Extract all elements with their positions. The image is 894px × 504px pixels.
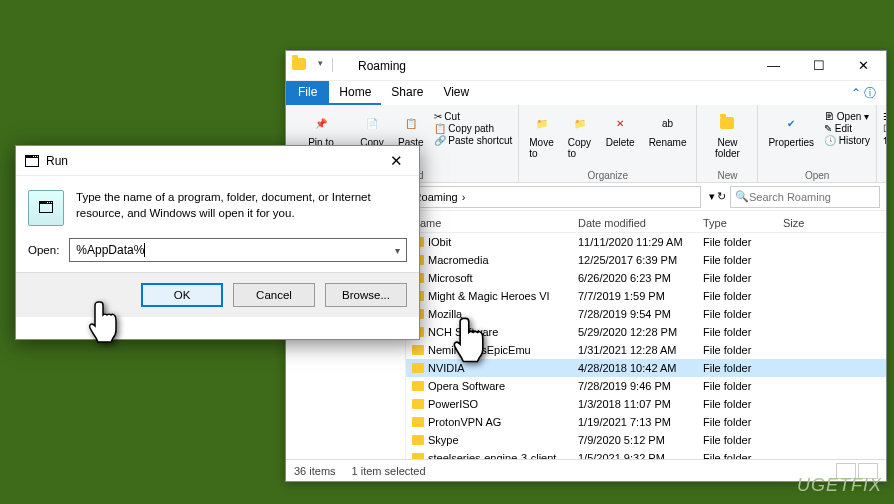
paste-shortcut-button[interactable]: 🔗 Paste shortcut (434, 135, 513, 146)
run-prompt: Type the name of a program, folder, docu… (76, 190, 407, 226)
watermark: UGETFIX (797, 475, 882, 496)
folder-icon (412, 417, 424, 427)
select-none-button[interactable]: ☐ Select none (883, 123, 886, 134)
browse-button[interactable]: Browse... (325, 283, 407, 307)
dropdown-icon[interactable]: ▾ (709, 190, 715, 203)
item-count: 36 items (294, 465, 336, 477)
table-row[interactable]: IObit11/11/2020 11:29 AMFile folder (406, 233, 886, 251)
tab-file[interactable]: File (286, 81, 329, 105)
table-row[interactable]: NVIDIA4/28/2018 10:42 AMFile folder (406, 359, 886, 377)
divider-icon (332, 58, 348, 72)
ok-button[interactable]: OK (141, 283, 223, 307)
down-caret-icon[interactable]: ▾ (312, 58, 328, 74)
pin-icon: 📌 (309, 111, 333, 135)
tab-home[interactable]: Home (329, 81, 381, 105)
folder-icon (412, 381, 424, 391)
selected-count: 1 item selected (352, 465, 426, 477)
new-folder-icon (715, 111, 739, 135)
minimize-button[interactable]: — (751, 51, 796, 81)
history-button[interactable]: 🕓 History (824, 135, 870, 146)
dialog-title: Run (46, 154, 374, 168)
col-size[interactable]: Size (781, 214, 841, 232)
properties-button[interactable]: ✔Properties (764, 109, 818, 150)
invert-selection-button[interactable]: ⇅ Invert selection (883, 135, 886, 146)
open-combobox[interactable]: %AppData% (69, 238, 407, 262)
group-label: Select (877, 170, 886, 181)
explorer-title-bar: ▾ Roaming — ☐ ✕ (286, 51, 886, 81)
delete-button[interactable]: ✕Delete (602, 109, 639, 150)
folder-icon (412, 345, 424, 355)
properties-icon: ✔ (779, 111, 803, 135)
copy-to-icon: 📁 (568, 111, 592, 135)
folder-icon (412, 435, 424, 445)
cut-button[interactable]: ✂ Cut (434, 111, 513, 122)
run-icon: 🗔 (24, 153, 40, 169)
cancel-button[interactable]: Cancel (233, 283, 315, 307)
col-type[interactable]: Type (701, 214, 781, 232)
table-row[interactable]: steelseries-engine-3-client1/5/2021 9:32… (406, 449, 886, 459)
run-title-bar: 🗔 Run ✕ (16, 146, 419, 176)
table-row[interactable]: NemirtingasEpicEmu1/31/2021 12:28 AMFile… (406, 341, 886, 359)
table-row[interactable]: Opera Software7/28/2019 9:46 PMFile fold… (406, 377, 886, 395)
paste-button[interactable]: 📋Paste (394, 109, 428, 150)
run-dialog: 🗔 Run ✕ 🗔 Type the name of a program, fo… (15, 145, 420, 340)
table-row[interactable]: Skype7/9/2020 5:12 PMFile folder (406, 431, 886, 449)
search-input[interactable]: 🔍 Search Roaming (730, 186, 880, 208)
tab-view[interactable]: View (433, 81, 479, 105)
rename-button[interactable]: abRename (645, 109, 691, 150)
open-button[interactable]: 🖹 Open ▾ (824, 111, 870, 122)
group-label: New (697, 170, 757, 181)
run-app-icon: 🗔 (28, 190, 64, 226)
open-value: %AppData% (76, 243, 144, 257)
delete-icon: ✕ (608, 111, 632, 135)
move-icon: 📁 (530, 111, 554, 135)
table-row[interactable]: Microsoft6/26/2020 6:23 PMFile folder (406, 269, 886, 287)
ribbon-tabs: File Home Share View ⌃ ⓘ (286, 81, 886, 105)
maximize-button[interactable]: ☐ (796, 51, 841, 81)
file-list: Name Date modified Type Size IObit11/11/… (406, 214, 886, 459)
paste-icon: 📋 (399, 111, 423, 135)
refresh-button[interactable]: ↻ (717, 190, 726, 203)
window-title: Roaming (354, 59, 751, 73)
close-button[interactable]: ✕ (374, 146, 419, 176)
dialog-buttons: OK Cancel Browse... (16, 272, 419, 317)
table-row[interactable]: Macromedia12/25/2017 6:39 PMFile folder (406, 251, 886, 269)
folder-icon (412, 399, 424, 409)
breadcrumb-segment[interactable]: Roaming (414, 191, 458, 203)
col-date[interactable]: Date modified (576, 214, 701, 232)
edit-button[interactable]: ✎ Edit (824, 123, 870, 134)
group-label: Open (758, 170, 875, 181)
table-row[interactable]: Might & Magic Heroes VI7/7/2019 1:59 PMF… (406, 287, 886, 305)
col-name[interactable]: Name (406, 214, 576, 232)
column-headers[interactable]: Name Date modified Type Size (406, 214, 886, 233)
folder-icon (412, 363, 424, 373)
group-label: Organize (519, 170, 696, 181)
select-all-button[interactable]: ☰ Select all (883, 111, 886, 122)
rename-icon: ab (656, 111, 680, 135)
tab-share[interactable]: Share (381, 81, 433, 105)
open-label: Open: (28, 244, 59, 256)
table-row[interactable]: NCH Software5/29/2020 12:28 PMFile folde… (406, 323, 886, 341)
copy-icon: 📄 (360, 111, 384, 135)
table-row[interactable]: Mozilla7/28/2019 9:54 PMFile folder (406, 305, 886, 323)
new-folder-button[interactable]: New folder (703, 109, 751, 161)
copy-button[interactable]: 📄Copy (356, 109, 388, 150)
folder-icon (292, 58, 308, 74)
help-icon[interactable]: ⌃ ⓘ (841, 81, 886, 105)
table-row[interactable]: PowerISO1/3/2018 11:07 PMFile folder (406, 395, 886, 413)
copy-path-button[interactable]: 📋 Copy path (434, 123, 513, 134)
move-to-button[interactable]: 📁Move to (525, 109, 557, 161)
close-button[interactable]: ✕ (841, 51, 886, 81)
copy-to-button[interactable]: 📁Copy to (564, 109, 596, 161)
table-row[interactable]: ProtonVPN AG1/19/2021 7:13 PMFile folder (406, 413, 886, 431)
